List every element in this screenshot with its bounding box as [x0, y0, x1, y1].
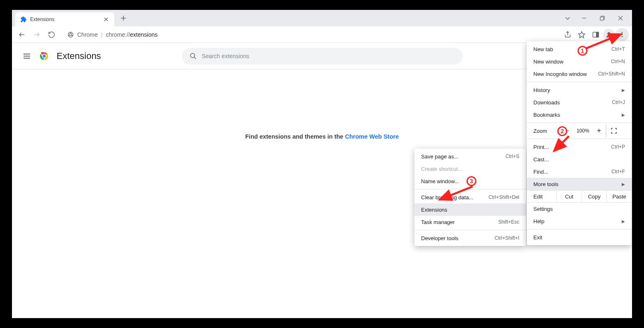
- annotation-step-2: 2: [557, 126, 567, 136]
- chrome-main-menu: New tabCtrl+T New windowCtrl+N New Incog…: [527, 41, 632, 245]
- menu-button[interactable]: [22, 51, 32, 61]
- menu-paste[interactable]: Paste: [606, 191, 632, 202]
- menu-separator: [527, 139, 632, 139]
- menu-exit[interactable]: Exit: [527, 231, 632, 243]
- menu-cast[interactable]: Cast...: [527, 153, 632, 165]
- omnibox-scheme: Chrome: [77, 31, 98, 38]
- chevron-right-icon: ▶: [622, 113, 625, 117]
- svg-point-29: [190, 53, 195, 58]
- chrome-site-icon: [67, 31, 74, 38]
- browser-toolbar: Chrome | chrome://extensions: [12, 26, 632, 43]
- menu-help[interactable]: Help▶: [527, 215, 632, 227]
- bookmark-button[interactable]: [575, 28, 588, 41]
- chevron-right-icon: ▶: [622, 219, 625, 224]
- menu-edit-row: Edit Cut Copy Paste: [527, 190, 632, 203]
- svg-point-22: [622, 36, 623, 37]
- submenu-save-page[interactable]: Save page as...Ctrl+S: [414, 150, 526, 163]
- menu-separator: [527, 229, 632, 229]
- menu-cut[interactable]: Cut: [556, 191, 582, 202]
- svg-rect-5: [600, 17, 604, 20]
- menu-history[interactable]: History▶: [527, 84, 632, 96]
- svg-point-27: [43, 54, 46, 57]
- search-extensions-input[interactable]: [182, 48, 463, 64]
- search-icon: [189, 52, 197, 60]
- menu-copy[interactable]: Copy: [582, 191, 607, 202]
- svg-line-13: [71, 35, 73, 36]
- menu-separator: [527, 82, 632, 82]
- toolbar-actions: [561, 28, 629, 41]
- annotation-step-1: 1: [578, 46, 587, 56]
- submenu-clear-data[interactable]: Clear browsing data...Ctrl+Shift+Del: [414, 191, 526, 203]
- svg-line-14: [69, 35, 70, 36]
- omnibox-divider: |: [101, 31, 103, 38]
- search-field[interactable]: [202, 53, 455, 59]
- omnibox-path: extensions: [130, 31, 158, 38]
- profile-button[interactable]: [603, 29, 615, 40]
- fullscreen-button[interactable]: [606, 125, 621, 137]
- page-title: Extensions: [57, 51, 101, 61]
- new-tab-button[interactable]: [118, 12, 129, 24]
- zoom-in-button[interactable]: +: [592, 127, 606, 135]
- side-panel-button[interactable]: [589, 28, 602, 41]
- menu-downloads[interactable]: DownloadsCtrl+J: [527, 96, 632, 109]
- window-maximize-button[interactable]: [594, 12, 611, 25]
- svg-point-21: [622, 34, 623, 35]
- window-minimize-button[interactable]: [576, 12, 592, 25]
- menu-separator: [414, 230, 526, 230]
- address-bar[interactable]: Chrome | chrome://extensions: [62, 28, 557, 41]
- menu-print[interactable]: Print...Ctrl+P: [527, 141, 632, 153]
- tab-strip: Extensions: [12, 10, 632, 26]
- submenu-create-shortcut: Create shortcut...: [414, 163, 526, 175]
- chrome-menu-button[interactable]: [616, 28, 629, 41]
- svg-marker-16: [579, 31, 585, 38]
- extension-icon: [20, 16, 27, 23]
- svg-point-11: [69, 33, 71, 35]
- forward-button[interactable]: [30, 28, 43, 41]
- tab-close-button[interactable]: [103, 16, 109, 23]
- window-controls: [561, 10, 632, 26]
- menu-find[interactable]: Find...Ctrl+F: [527, 165, 632, 178]
- share-button[interactable]: [561, 28, 574, 41]
- svg-point-20: [622, 32, 623, 33]
- menu-separator: [414, 189, 526, 189]
- menu-bookmarks[interactable]: Bookmarks▶: [527, 109, 632, 121]
- more-tools-submenu: Save page as...Ctrl+S Create shortcut...…: [414, 149, 526, 246]
- submenu-extensions[interactable]: Extensions: [414, 203, 526, 216]
- chrome-web-store-link[interactable]: Chrome Web Store: [345, 133, 399, 140]
- zoom-percent: 100%: [573, 128, 592, 134]
- menu-incognito[interactable]: New Incognito windowCtrl+Shift+N: [527, 68, 632, 80]
- tab-title: Extensions: [30, 17, 99, 22]
- submenu-task-manager[interactable]: Task managerShift+Esc: [414, 216, 526, 228]
- back-button[interactable]: [15, 28, 28, 41]
- tab-search-button[interactable]: [561, 12, 574, 25]
- menu-settings[interactable]: Settings: [527, 203, 632, 215]
- menu-new-window[interactable]: New windowCtrl+N: [527, 55, 632, 68]
- svg-point-19: [608, 32, 610, 35]
- annotation-step-3: 3: [466, 176, 476, 186]
- svg-rect-18: [597, 32, 599, 37]
- reload-button[interactable]: [45, 28, 58, 41]
- menu-zoom: Zoom − 100% +: [527, 125, 632, 137]
- empty-prefix: Find extensions and themes in the: [245, 133, 345, 140]
- window-close-button[interactable]: [612, 12, 629, 25]
- svg-line-30: [194, 57, 196, 59]
- chevron-right-icon: ▶: [622, 88, 625, 92]
- submenu-dev-tools[interactable]: Developer toolsCtrl+Shift+I: [414, 232, 526, 244]
- chrome-logo-icon: [38, 50, 50, 62]
- menu-more-tools[interactable]: More tools▶: [527, 178, 632, 190]
- omnibox-path-prefix: chrome://: [106, 31, 130, 38]
- menu-separator: [527, 123, 632, 123]
- browser-tab[interactable]: Extensions: [15, 12, 114, 26]
- chevron-right-icon: ▶: [622, 182, 625, 186]
